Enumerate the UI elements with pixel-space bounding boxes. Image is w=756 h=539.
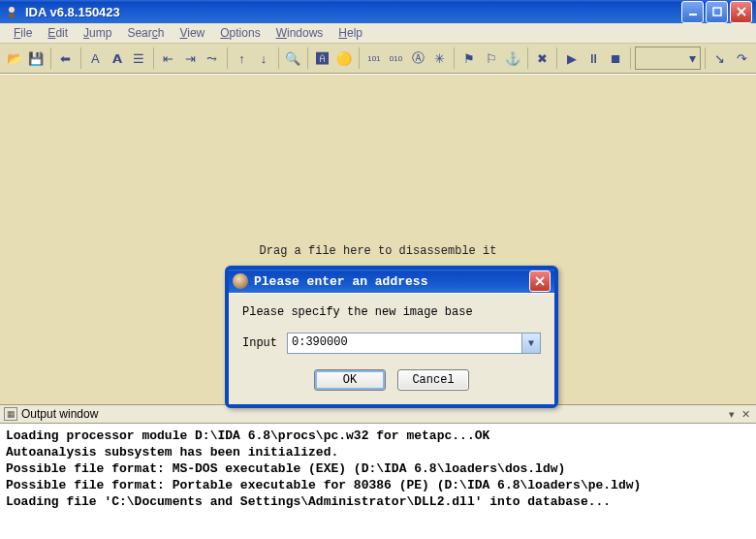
arrow-left-icon[interactable]: ⬅ [55, 47, 77, 70]
address-dialog: Please enter an address Please specify t… [225, 266, 558, 408]
toolbar-separator [630, 48, 631, 69]
save-icon[interactable]: 💾 [26, 47, 47, 70]
hex-010-icon[interactable]: 010 [386, 47, 407, 70]
minimize-button[interactable] [681, 1, 704, 23]
binary-icon[interactable]: ☰ [129, 47, 150, 70]
toolbar-separator [454, 48, 455, 69]
pause-icon[interactable]: ⏸ [583, 47, 605, 70]
dialog-icon [233, 273, 248, 289]
output-window[interactable]: Loading processor module D:\IDA 6.8\proc… [0, 424, 756, 539]
toolbar-separator [50, 48, 51, 69]
stop-icon[interactable]: ⏹ [605, 47, 626, 70]
address-combobox[interactable]: ▼ [287, 333, 541, 354]
jump-fwd-icon[interactable]: ⤳ [202, 47, 223, 70]
delete-icon[interactable]: ✖ [532, 47, 553, 70]
app-icon [4, 4, 19, 19]
toolbar-separator [705, 48, 706, 69]
step-into-icon[interactable]: ↘ [709, 47, 731, 70]
svg-point-0 [9, 7, 15, 13]
hex-101-icon[interactable]: 101 [363, 47, 385, 70]
nav-up-icon[interactable]: ↑ [232, 47, 253, 70]
toolbar-separator [556, 48, 557, 69]
menubar: File Edit Jump Search View Options Windo… [0, 23, 756, 43]
dialog-title: Please enter an address [254, 274, 529, 289]
output-window-title: Output window [21, 407, 98, 421]
dropdown-button[interactable]: ▼ [521, 333, 540, 353]
toolbar-separator [278, 48, 279, 69]
toolbar-separator [307, 48, 308, 69]
workspace[interactable]: Drag a file here to disassemble it Pleas… [0, 74, 756, 404]
svg-rect-2 [713, 8, 721, 16]
dialog-body: Please specify the new image base Input … [229, 293, 554, 404]
titlebar: IDA v6.8.150423 [0, 0, 756, 23]
nav-down-icon[interactable]: ↓ [253, 47, 274, 70]
toolbar-separator [359, 48, 360, 69]
anchor2-icon[interactable]: ⚐ [481, 47, 502, 70]
ok-button[interactable]: OK [314, 369, 386, 391]
dialog-close-button[interactable] [529, 270, 551, 292]
jump-in-icon[interactable]: ⇥ [180, 47, 202, 70]
text-sel-icon[interactable]: 𝗔 [107, 47, 128, 70]
globe-icon[interactable]: 🟡 [334, 47, 356, 70]
menu-jump[interactable]: Jump [76, 24, 119, 42]
menu-search[interactable]: Search [119, 24, 172, 42]
maximize-button[interactable] [706, 1, 728, 23]
open-icon[interactable]: 📂 [4, 47, 25, 70]
output-panel-icon[interactable]: ▦ [4, 407, 17, 421]
debugger-select[interactable]: ▾ [635, 47, 701, 70]
menu-windows[interactable]: Windows [268, 24, 331, 42]
text-a-icon[interactable]: A [84, 47, 106, 70]
close-button[interactable] [730, 1, 752, 23]
run-icon[interactable]: ▶ [561, 47, 583, 70]
find-icon[interactable]: 🔍 [283, 47, 304, 70]
dialog-input-label: Input [242, 336, 281, 350]
menu-options[interactable]: Options [212, 24, 268, 42]
anchor3-icon[interactable]: ⚓ [502, 47, 523, 70]
menu-edit[interactable]: Edit [40, 24, 76, 42]
cancel-button[interactable]: Cancel [397, 369, 469, 391]
dialog-titlebar[interactable]: Please enter an address [229, 270, 554, 293]
step-over-icon[interactable]: ↷ [732, 47, 753, 70]
output-panel-close[interactable]: ✕ [739, 407, 752, 421]
toolbar-separator [80, 48, 81, 69]
box-a-icon[interactable]: 🅰 [312, 47, 333, 70]
anchor1-icon[interactable]: ⚑ [458, 47, 480, 70]
star-icon[interactable]: ✳ [429, 47, 451, 70]
window-title: IDA v6.8.150423 [25, 5, 681, 19]
toolbar-separator [227, 48, 228, 69]
toolbar-separator [527, 48, 528, 69]
hex-a-icon[interactable]: Ⓐ [407, 47, 428, 70]
svg-rect-1 [689, 14, 697, 16]
drag-hint: Drag a file here to disassemble it [260, 244, 497, 258]
output-panel-menu[interactable]: ▾ [725, 407, 739, 421]
menu-view[interactable]: View [172, 24, 212, 42]
dialog-prompt: Please specify the new image base [242, 305, 541, 319]
jump-out-icon[interactable]: ⇤ [158, 47, 179, 70]
toolbar-separator [153, 48, 154, 69]
address-input[interactable] [288, 333, 521, 351]
toolbar: 📂💾⬅A𝗔☰⇤⇥⤳↑↓🔍🅰🟡101010Ⓐ✳⚑⚐⚓✖▶⏸⏹▾↘↷ [0, 43, 756, 74]
menu-help[interactable]: Help [331, 24, 370, 42]
menu-file[interactable]: File [6, 24, 40, 42]
